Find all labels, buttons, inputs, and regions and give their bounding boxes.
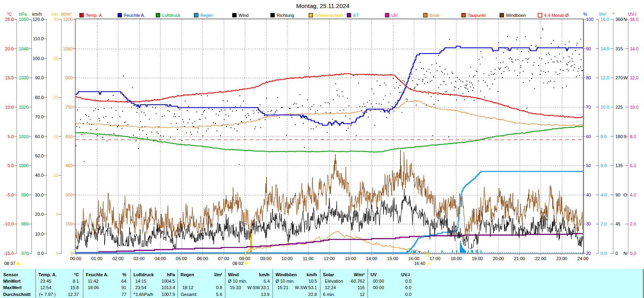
svg-text:17:00: 17:00 <box>429 256 441 261</box>
svg-text:11:00: 11:00 <box>303 256 314 261</box>
svg-text:12.0: 12.0 <box>630 75 638 80</box>
svg-text:25: 25 <box>54 56 58 61</box>
svg-text:l/m²: l/m² <box>599 12 607 17</box>
svg-text:02:00: 02:00 <box>112 256 124 261</box>
svg-text:15: 15 <box>54 134 58 139</box>
svg-text:10.0: 10.0 <box>630 105 638 110</box>
svg-text:20: 20 <box>54 95 58 100</box>
svg-text:2.0: 2.0 <box>601 221 607 226</box>
svg-text:980: 980 <box>21 221 29 226</box>
svg-text:07:00: 07:00 <box>218 256 229 261</box>
svg-text:09:00: 09:00 <box>260 256 272 261</box>
svg-text:18:06: 18:06 <box>88 285 99 290</box>
svg-text:21:00: 21:00 <box>514 256 525 261</box>
svg-text:100: 100 <box>586 17 593 22</box>
svg-text:14.0: 14.0 <box>601 46 609 51</box>
svg-text:0: 0 <box>56 251 58 256</box>
svg-text:77: 77 <box>122 292 126 297</box>
svg-text:15:00: 15:00 <box>387 256 398 261</box>
svg-text:5: 5 <box>56 212 58 217</box>
svg-text:60.0: 60.0 <box>35 134 43 139</box>
svg-text:00:00: 00:00 <box>70 256 81 261</box>
svg-text:Solar: Solar <box>429 13 440 18</box>
svg-text:UV-I: UV-I <box>401 272 410 277</box>
svg-text:10.0: 10.0 <box>35 232 43 236</box>
svg-text:30.0: 30.0 <box>35 192 43 197</box>
svg-text:06:00: 06:00 <box>197 256 208 261</box>
svg-text:Taupunkt: Taupunkt <box>468 13 486 18</box>
svg-text:20:00: 20:00 <box>493 256 504 261</box>
svg-text:18:00: 18:00 <box>450 256 462 261</box>
svg-text:116: 116 <box>357 285 365 290</box>
svg-text:300: 300 <box>66 192 73 197</box>
svg-text:-15.0: -15.0 <box>4 251 14 256</box>
svg-text:l/m²: l/m² <box>214 272 222 277</box>
svg-text:6.0: 6.0 <box>601 163 607 168</box>
svg-text:15:33: 15:33 <box>230 285 241 290</box>
svg-text:180: 180 <box>615 134 623 139</box>
svg-text:20.0: 20.0 <box>35 212 43 217</box>
svg-text:1004.5: 1004.5 <box>161 279 175 284</box>
svg-text:%: % <box>122 272 126 277</box>
svg-text:12:24: 12:24 <box>325 285 336 290</box>
svg-text:1050: 1050 <box>63 46 73 51</box>
svg-text:Temp. A.: Temp. A. <box>86 13 103 18</box>
svg-text:19:00: 19:00 <box>472 256 483 261</box>
svg-text:135: 135 <box>615 163 623 168</box>
svg-text:10:00: 10:00 <box>281 256 293 261</box>
svg-text:0.0: 0.0 <box>630 251 636 256</box>
svg-text:150: 150 <box>66 221 73 226</box>
svg-text:80.0: 80.0 <box>35 95 43 100</box>
svg-text:900: 900 <box>66 75 73 80</box>
svg-text:-10.0: -10.0 <box>4 221 14 226</box>
svg-text:5.6: 5.6 <box>216 292 222 297</box>
svg-text:11:42: 11:42 <box>88 279 99 284</box>
svg-text:W/m²: W/m² <box>61 12 72 17</box>
svg-text:23:54: 23:54 <box>135 285 147 290</box>
svg-text:0.0: 0.0 <box>405 279 411 284</box>
svg-text:W-SW: W-SW <box>295 285 308 290</box>
svg-text:1040: 1040 <box>19 46 29 51</box>
svg-text:1030: 1030 <box>19 75 29 80</box>
svg-text:Regen: Regen <box>200 13 213 18</box>
svg-text:10.0: 10.0 <box>5 105 14 110</box>
svg-text:45: 45 <box>615 221 620 226</box>
svg-text:0: 0 <box>70 251 73 256</box>
svg-text:15.8: 15.8 <box>70 285 79 290</box>
svg-text:8.1: 8.1 <box>73 279 79 284</box>
svg-text:UV: UV <box>371 272 377 277</box>
svg-text:6.4: 6.4 <box>264 279 270 284</box>
svg-text:6 min.: 6 min. <box>323 292 335 297</box>
svg-text:12:00: 12:00 <box>324 256 335 261</box>
svg-text:50: 50 <box>586 163 591 168</box>
svg-text:10: 10 <box>54 173 58 178</box>
svg-text:53.1: 53.1 <box>308 285 317 290</box>
svg-text:°C: °C <box>74 272 79 277</box>
svg-text:Luftdruck: Luftdruck <box>162 13 181 18</box>
svg-text:°C: °C <box>7 12 12 17</box>
svg-text:2.0: 2.0 <box>630 221 636 226</box>
svg-text:^1.6hPa/h: ^1.6hPa/h <box>134 292 153 297</box>
svg-text:970: 970 <box>21 251 29 256</box>
svg-text:10.5: 10.5 <box>309 279 317 284</box>
svg-text:Elevation: Elevation <box>325 279 343 284</box>
svg-text:01:00: 01:00 <box>91 256 103 261</box>
svg-text:0.0: 0.0 <box>37 251 43 256</box>
svg-text:14:00: 14:00 <box>366 256 377 261</box>
svg-text:16:00: 16:00 <box>408 256 419 261</box>
svg-text:40: 40 <box>586 192 591 197</box>
svg-text:8.0: 8.0 <box>630 134 636 139</box>
svg-text:90: 90 <box>586 46 591 51</box>
svg-text:MaxWert: MaxWert <box>3 285 22 290</box>
svg-text:Richtung: Richtung <box>277 13 294 18</box>
svg-text:0.0: 0.0 <box>405 285 411 290</box>
svg-text:W-SW: W-SW <box>248 285 260 290</box>
svg-text:Feuchte A.: Feuchte A. <box>86 272 109 277</box>
svg-text:km/h: km/h <box>259 272 270 277</box>
svg-text:-5.0: -5.0 <box>6 192 14 197</box>
svg-text:91: 91 <box>122 285 126 290</box>
svg-text:750: 750 <box>66 105 73 110</box>
svg-text:Montag, 25.11.2024: Montag, 25.11.2024 <box>296 2 349 9</box>
svg-text:100.0: 100.0 <box>33 56 44 61</box>
svg-text:12: 12 <box>360 292 365 297</box>
